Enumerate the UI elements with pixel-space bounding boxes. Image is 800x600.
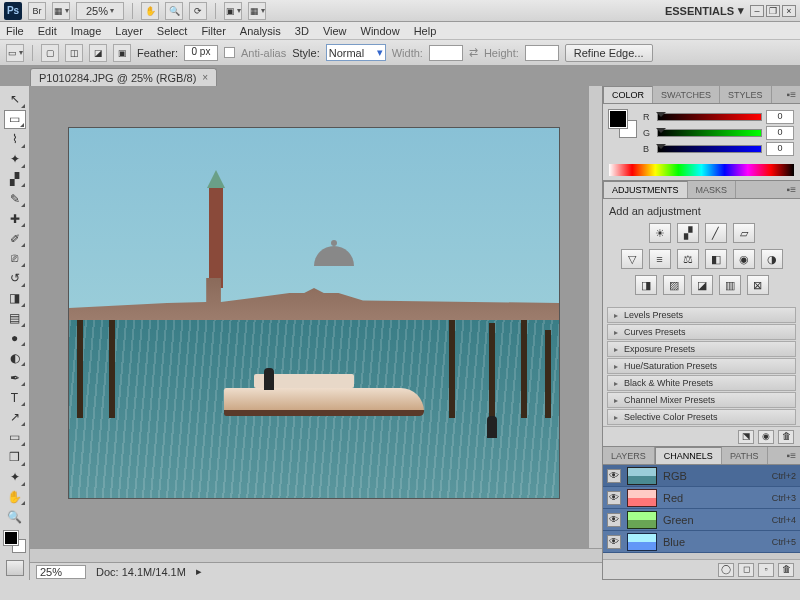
close-button[interactable]: ×: [782, 5, 796, 17]
status-menu-icon[interactable]: ▸: [196, 565, 202, 578]
close-tab-icon[interactable]: ×: [202, 72, 208, 83]
menu-window[interactable]: Window: [361, 25, 400, 37]
menu-view[interactable]: View: [323, 25, 347, 37]
posterize-icon[interactable]: ▨: [663, 275, 685, 295]
channel-green[interactable]: 👁GreenCtrl+4: [603, 509, 800, 531]
path-tool[interactable]: ↗: [4, 408, 26, 427]
marquee-tool-preset[interactable]: ▭: [6, 44, 24, 62]
scrollbar-horizontal[interactable]: [30, 548, 602, 562]
pen-tool[interactable]: ✒: [4, 368, 26, 387]
scrollbar-vertical[interactable]: [588, 86, 602, 548]
g-value[interactable]: 0: [766, 126, 794, 140]
move-tool[interactable]: ↖: [4, 90, 26, 109]
minimize-button[interactable]: –: [750, 5, 764, 17]
screen-mode-button[interactable]: ▣: [224, 2, 242, 20]
menu-analysis[interactable]: Analysis: [240, 25, 281, 37]
visibility-icon[interactable]: 👁: [607, 535, 621, 549]
adj-clip-icon[interactable]: ◉: [758, 430, 774, 444]
zoom-field[interactable]: 25%: [36, 565, 86, 579]
levels-icon[interactable]: ▞: [677, 223, 699, 243]
document-canvas[interactable]: [69, 128, 559, 498]
menu-filter[interactable]: Filter: [201, 25, 225, 37]
app-icon[interactable]: Ps: [4, 2, 22, 20]
selection-new-icon[interactable]: ▢: [41, 44, 59, 62]
selective-icon[interactable]: ⊠: [747, 275, 769, 295]
bw-icon[interactable]: ◧: [705, 249, 727, 269]
restore-button[interactable]: ❐: [766, 5, 780, 17]
tab-masks[interactable]: MASKS: [688, 181, 737, 198]
menu-image[interactable]: Image: [71, 25, 102, 37]
3d-tool[interactable]: ❒: [4, 448, 26, 467]
blur-tool[interactable]: ●: [4, 329, 26, 348]
tab-swatches[interactable]: SWATCHES: [653, 86, 720, 103]
channel-blue[interactable]: 👁BlueCtrl+5: [603, 531, 800, 553]
preset-selective[interactable]: Selective Color Presets: [607, 409, 796, 425]
b-slider[interactable]: [657, 145, 762, 153]
selection-subtract-icon[interactable]: ◪: [89, 44, 107, 62]
menu-3d[interactable]: 3D: [295, 25, 309, 37]
tab-paths[interactable]: PATHS: [722, 447, 768, 464]
brush-tool[interactable]: ✐: [4, 229, 26, 248]
adj-pin-icon[interactable]: ⬔: [738, 430, 754, 444]
brightness-icon[interactable]: ☀: [649, 223, 671, 243]
visibility-icon[interactable]: 👁: [607, 491, 621, 505]
3dcam-tool[interactable]: ✦: [4, 468, 26, 487]
threshold-icon[interactable]: ◪: [691, 275, 713, 295]
load-selection-icon[interactable]: ◯: [718, 563, 734, 577]
menu-edit[interactable]: Edit: [38, 25, 57, 37]
menu-select[interactable]: Select: [157, 25, 188, 37]
style-dropdown[interactable]: Normal▾: [326, 44, 386, 61]
shape-tool[interactable]: ▭: [4, 428, 26, 447]
new-channel-icon[interactable]: ▫: [758, 563, 774, 577]
tab-channels[interactable]: CHANNELS: [655, 447, 722, 464]
pan-icon[interactable]: ✋: [141, 2, 159, 20]
exposure-icon[interactable]: ▱: [733, 223, 755, 243]
crop-tool[interactable]: ▞: [4, 170, 26, 189]
menu-layer[interactable]: Layer: [115, 25, 143, 37]
gradient-tool[interactable]: ▤: [4, 309, 26, 328]
menu-file[interactable]: File: [6, 25, 24, 37]
preset-levels[interactable]: Levels Presets: [607, 307, 796, 323]
dodge-tool[interactable]: ◐: [4, 348, 26, 367]
panel-menu-icon[interactable]: ▪≡: [787, 89, 796, 100]
tab-color[interactable]: COLOR: [603, 86, 653, 103]
channel-red[interactable]: 👁RedCtrl+3: [603, 487, 800, 509]
spectrum-bar[interactable]: [609, 164, 794, 176]
b-value[interactable]: 0: [766, 142, 794, 156]
hand-tool[interactable]: ✋: [4, 488, 26, 507]
heal-tool[interactable]: ✚: [4, 209, 26, 228]
gradient-map-icon[interactable]: ▥: [719, 275, 741, 295]
channel-rgb[interactable]: 👁RGBCtrl+2: [603, 465, 800, 487]
preset-hue[interactable]: Hue/Saturation Presets: [607, 358, 796, 374]
eyedropper-tool[interactable]: ✎: [4, 189, 26, 208]
r-value[interactable]: 0: [766, 110, 794, 124]
quickmask-button[interactable]: [6, 560, 24, 576]
type-tool[interactable]: T: [4, 388, 26, 407]
balance-icon[interactable]: ⚖: [677, 249, 699, 269]
tab-adjustments[interactable]: ADJUSTMENTS: [603, 181, 688, 198]
selection-add-icon[interactable]: ◫: [65, 44, 83, 62]
g-slider[interactable]: [657, 129, 762, 137]
tab-layers[interactable]: LAYERS: [603, 447, 655, 464]
delete-channel-icon[interactable]: 🗑: [778, 563, 794, 577]
curves-icon[interactable]: ╱: [705, 223, 727, 243]
r-slider[interactable]: [657, 113, 762, 121]
preset-mixer[interactable]: Channel Mixer Presets: [607, 392, 796, 408]
refine-edge-button[interactable]: Refine Edge...: [565, 44, 653, 62]
vibrance-icon[interactable]: ▽: [621, 249, 643, 269]
preset-curves[interactable]: Curves Presets: [607, 324, 796, 340]
document-tab[interactable]: P1010284.JPG @ 25% (RGB/8) ×: [30, 68, 217, 86]
history-brush-tool[interactable]: ↺: [4, 269, 26, 288]
lasso-tool[interactable]: ⌇: [4, 130, 26, 149]
extras-button[interactable]: ▦: [248, 2, 266, 20]
stamp-tool[interactable]: ⎚: [4, 249, 26, 268]
tab-styles[interactable]: STYLES: [720, 86, 772, 103]
zoom-icon[interactable]: 🔍: [165, 2, 183, 20]
selection-intersect-icon[interactable]: ▣: [113, 44, 131, 62]
preset-exposure[interactable]: Exposure Presets: [607, 341, 796, 357]
zoom-dropdown[interactable]: 25%: [76, 2, 124, 20]
mixer-icon[interactable]: ◑: [761, 249, 783, 269]
visibility-icon[interactable]: 👁: [607, 469, 621, 483]
save-selection-icon[interactable]: ◻: [738, 563, 754, 577]
eraser-tool[interactable]: ◨: [4, 289, 26, 308]
